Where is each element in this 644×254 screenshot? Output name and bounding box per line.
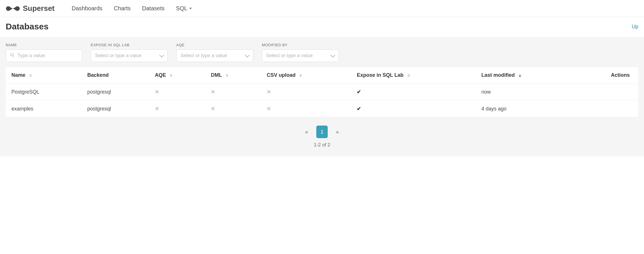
filter-aqe-select[interactable]: Select or type a value [176, 49, 253, 62]
filter-name: NAME [6, 43, 82, 62]
cell-expose: ✔ [351, 84, 476, 100]
databases-table: Name Backend AQE DML CSV upload [6, 67, 638, 117]
chevron-down-icon [159, 53, 164, 58]
cell-last-modified: 4 days ago [476, 100, 575, 117]
superset-logo-icon [6, 5, 20, 13]
col-actions: Actions [575, 67, 638, 84]
chevron-down-icon [245, 53, 250, 58]
filter-name-label: NAME [6, 43, 82, 47]
page-next-button[interactable]: » [332, 126, 343, 138]
x-icon: ✕ [155, 89, 159, 95]
search-icon [10, 53, 15, 59]
cell-backend: postgresql [82, 84, 149, 100]
top-nav: Superset Dashboards Charts Datasets SQL [0, 0, 644, 17]
brand[interactable]: Superset [6, 4, 54, 13]
cell-backend: postgresql [82, 100, 149, 117]
cell-actions [575, 100, 638, 117]
cell-last-modified: now [476, 84, 575, 100]
page-title: Databases [6, 22, 48, 31]
filter-aqe-label: AQE [176, 43, 253, 47]
cell-dml: ✕ [205, 84, 261, 100]
databases-table-wrap: Name Backend AQE DML CSV upload [6, 67, 638, 117]
check-icon: ✔ [357, 106, 361, 112]
sort-icon [29, 74, 32, 77]
sort-icon [519, 74, 521, 77]
nav-sql[interactable]: SQL [176, 5, 192, 12]
check-icon: ✔ [357, 89, 361, 95]
col-expose[interactable]: Expose in SQL Lab [351, 67, 476, 84]
nav-charts[interactable]: Charts [114, 5, 131, 12]
svg-point-0 [11, 53, 13, 56]
col-dml[interactable]: DML [205, 67, 261, 84]
sort-icon [226, 74, 228, 77]
chevron-down-icon [189, 8, 192, 9]
col-name[interactable]: Name [6, 67, 82, 84]
filter-aqe: AQE Select or type a value [176, 43, 253, 62]
cell-dml: ✕ [205, 100, 261, 117]
filter-expose: EXPOSE IN SQL LAB Select or type a value [91, 43, 168, 62]
x-icon: ✕ [211, 89, 215, 95]
cell-name: PostgreSQL [6, 84, 82, 100]
brand-name: Superset [23, 4, 54, 13]
svg-line-1 [13, 56, 14, 57]
x-icon: ✕ [267, 106, 271, 112]
col-csv-upload[interactable]: CSV upload [261, 67, 351, 84]
cell-name: examples [6, 100, 82, 117]
upload-link[interactable]: Up [632, 24, 638, 30]
col-aqe[interactable]: AQE [149, 67, 205, 84]
table-row[interactable]: PostgreSQL postgresql ✕ ✕ ✕ ✔ now [6, 84, 638, 100]
sort-icon [407, 74, 410, 77]
table-row[interactable]: examples postgresql ✕ ✕ ✕ ✔ 4 days ago [6, 100, 638, 117]
filters-row: NAME EXPOSE IN SQL LAB Select or type a … [6, 43, 638, 62]
cell-actions [575, 84, 638, 100]
page-number-1[interactable]: 1 [316, 126, 328, 138]
cell-expose: ✔ [351, 100, 476, 117]
filter-modified-by-label: MODIFIED BY [262, 43, 339, 47]
nav-links: Dashboards Charts Datasets SQL [72, 5, 192, 12]
chevron-down-icon [331, 53, 335, 58]
sort-icon [170, 74, 173, 77]
nav-datasets[interactable]: Datasets [142, 5, 165, 12]
filter-modified-by-select[interactable]: Select or type a value [262, 49, 339, 62]
content-area: NAME EXPOSE IN SQL LAB Select or type a … [0, 37, 644, 156]
cell-csv-upload: ✕ [261, 100, 351, 117]
page-prev-button[interactable]: « [301, 126, 312, 138]
filter-modified-by: MODIFIED BY Select or type a value [262, 43, 339, 62]
filter-name-input[interactable] [17, 53, 78, 59]
cell-aqe: ✕ [149, 84, 205, 100]
filter-name-input-wrap[interactable] [6, 49, 82, 62]
col-backend[interactable]: Backend [82, 67, 149, 84]
page-controls: « 1 » [301, 126, 343, 138]
cell-csv-upload: ✕ [261, 84, 351, 100]
x-icon: ✕ [267, 89, 271, 95]
filter-expose-label: EXPOSE IN SQL LAB [91, 43, 168, 47]
col-last-modified[interactable]: Last modified [476, 67, 575, 84]
cell-aqe: ✕ [149, 100, 205, 117]
filter-expose-select[interactable]: Select or type a value [91, 49, 168, 62]
page-summary: 1-2 of 2 [314, 142, 330, 148]
sort-icon [299, 74, 302, 77]
nav-dashboards[interactable]: Dashboards [72, 5, 102, 12]
x-icon: ✕ [155, 106, 159, 112]
pagination: « 1 » 1-2 of 2 [6, 126, 638, 148]
page-header: Databases Up [0, 17, 644, 37]
x-icon: ✕ [211, 106, 215, 112]
